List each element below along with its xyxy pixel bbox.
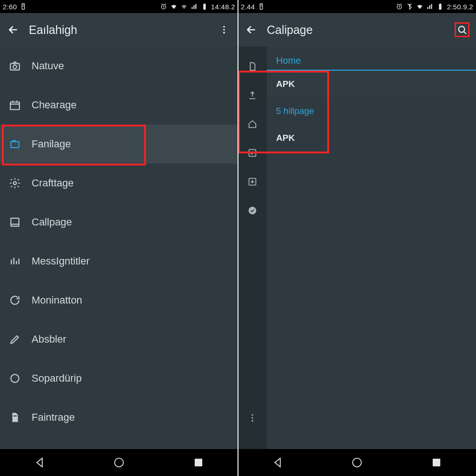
status-time-right: 2:50.9.2	[447, 3, 473, 11]
sidebar-overflow-icon[interactable]	[238, 403, 267, 432]
bluetooth-icon	[406, 3, 413, 10]
settings-item-crafttage[interactable]: Crafttage	[0, 164, 238, 203]
gear-icon	[8, 177, 21, 190]
nav-back-button[interactable]	[32, 455, 47, 470]
phone-left: 2:60	[0, 0, 238, 476]
tab-home[interactable]: Home	[267, 46, 476, 71]
battery-icon	[436, 3, 444, 10]
settings-item-callpage[interactable]: Callpage	[0, 203, 238, 242]
svg-point-6	[223, 32, 225, 34]
svg-point-5	[223, 29, 225, 31]
nav-home-button[interactable]	[111, 455, 127, 470]
list-item[interactable]: APK	[267, 125, 476, 152]
settings-item-messigntitler[interactable]: MessIgntitler	[0, 242, 238, 281]
square-icon	[8, 216, 21, 229]
android-nav-bar	[0, 449, 238, 476]
toolbar: Calipage	[238, 13, 476, 46]
circle-icon	[8, 372, 21, 385]
svg-rect-19	[439, 4, 442, 10]
phone-divider	[238, 0, 238, 476]
nav-back-button[interactable]	[270, 455, 285, 470]
list-item-label: APK	[276, 133, 295, 143]
svg-rect-9	[10, 102, 20, 110]
pencil-icon	[8, 333, 21, 346]
folder-icon	[8, 138, 21, 151]
calendar-icon	[8, 99, 21, 112]
alarm-icon	[160, 3, 167, 10]
usb-icon	[258, 3, 265, 10]
list-item[interactable]: APK	[267, 71, 476, 98]
status-bar: 2:60	[0, 0, 238, 13]
svg-point-28	[353, 458, 362, 467]
settings-item-label: Fanilage	[32, 138, 71, 150]
bars-icon	[8, 255, 21, 268]
settings-item-label: Sopardürip	[32, 372, 82, 384]
category-sidebar	[238, 46, 267, 449]
settings-item-label: Callpage	[32, 216, 72, 228]
svg-point-8	[13, 65, 17, 69]
nav-home-button[interactable]	[349, 455, 365, 470]
status-time-left: 2.44	[241, 3, 255, 11]
sidebar-upload-icon[interactable]	[238, 81, 267, 110]
settings-item-label: Chearage	[32, 99, 77, 111]
settings-item-label: Absbler	[32, 333, 66, 345]
svg-point-27	[251, 420, 253, 422]
svg-rect-12	[11, 218, 19, 226]
settings-item-natuve[interactable]: Natuve	[0, 46, 238, 86]
wifi-icon	[170, 3, 178, 10]
back-button[interactable]	[245, 23, 258, 36]
svg-rect-10	[11, 142, 19, 148]
usb-icon	[20, 3, 27, 10]
settings-item-absbler[interactable]: Absbler	[0, 320, 238, 359]
refresh-icon	[8, 294, 21, 307]
status-bar: 2.44	[238, 0, 476, 13]
page-title: Calipage	[267, 23, 455, 37]
list-item-label: APK	[276, 79, 295, 89]
nav-overview-button[interactable]	[191, 455, 206, 470]
wifi-icon	[416, 3, 423, 10]
svg-rect-3	[204, 3, 205, 4]
svg-point-25	[251, 414, 253, 416]
settings-item-moninatton[interactable]: Moninatton	[0, 281, 238, 320]
svg-rect-16	[194, 459, 202, 466]
nav-overview-button[interactable]	[429, 455, 444, 470]
overflow-menu-button[interactable]	[217, 22, 231, 37]
svg-rect-14	[13, 416, 17, 416]
search-button[interactable]	[455, 22, 469, 37]
settings-item-label: Moninatton	[32, 294, 82, 306]
main-content: Home APK 5 hillpage APK	[267, 46, 476, 449]
toolbar: Eaılahigh	[0, 13, 238, 46]
file-icon	[8, 411, 21, 424]
settings-item-faintrage[interactable]: Faintrage	[0, 398, 238, 437]
battery-icon	[201, 3, 208, 10]
sidebar-file-icon[interactable]	[238, 52, 267, 81]
settings-item-label: MessIgntitler	[32, 255, 90, 267]
svg-rect-29	[432, 459, 440, 466]
svg-rect-2	[203, 4, 205, 10]
svg-point-11	[13, 182, 17, 185]
svg-point-24	[249, 207, 257, 215]
back-button[interactable]	[7, 23, 20, 36]
sidebar-check-icon[interactable]	[238, 139, 267, 167]
list-item[interactable]: 5 hillpage	[267, 98, 476, 125]
settings-item-label: Crafttage	[32, 177, 74, 189]
svg-rect-22	[249, 150, 256, 157]
settings-item-sopardurip[interactable]: Sopardürip	[0, 359, 238, 398]
svg-rect-20	[440, 3, 441, 4]
settings-item-label: Faintrage	[32, 411, 75, 423]
wifi2-icon	[180, 3, 188, 10]
svg-point-15	[115, 458, 124, 467]
status-time-left: 2:60	[3, 3, 17, 11]
settings-item-label: Natuve	[32, 60, 64, 72]
list-item-label: 5 hillpage	[276, 106, 314, 116]
settings-item-fanilage[interactable]: Fanilage	[0, 125, 238, 164]
android-nav-bar	[238, 449, 476, 476]
sidebar-home-icon[interactable]	[238, 110, 267, 139]
settings-item-chearage[interactable]: Chearage	[0, 86, 238, 125]
page-title: Eaılahigh	[29, 23, 217, 37]
signal-icon	[426, 3, 434, 10]
sidebar-plus-icon[interactable]	[238, 167, 267, 196]
sidebar-check-circle-icon[interactable]	[238, 196, 267, 225]
signal-icon	[191, 3, 198, 10]
svg-point-26	[251, 417, 253, 419]
